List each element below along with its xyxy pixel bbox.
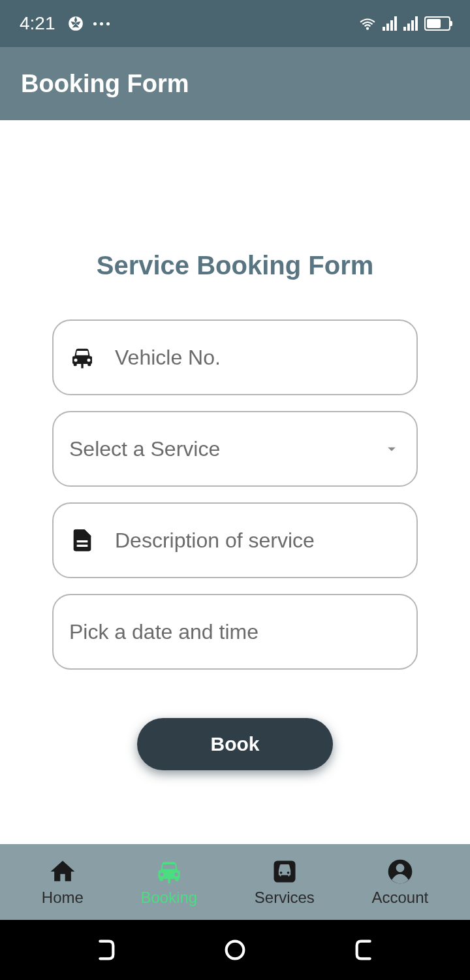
services-icon bbox=[270, 857, 299, 886]
app-bar-title: Booking Form bbox=[21, 70, 189, 98]
dots-icon bbox=[93, 22, 110, 25]
svg-rect-3 bbox=[77, 540, 88, 542]
nav-home[interactable]: Home bbox=[42, 857, 84, 907]
svg-rect-2 bbox=[81, 364, 83, 368]
account-icon bbox=[386, 857, 415, 886]
datetime-input[interactable]: Pick a date and time bbox=[52, 594, 418, 670]
status-bar: 4:21 bbox=[0, 0, 470, 47]
document-icon bbox=[69, 527, 95, 553]
datetime-placeholder: Pick a date and time bbox=[69, 620, 401, 644]
nav-home-label: Home bbox=[42, 889, 84, 907]
service-select[interactable]: Select a Service bbox=[52, 411, 418, 487]
service-placeholder: Select a Service bbox=[69, 437, 383, 461]
svg-point-10 bbox=[396, 864, 404, 872]
recent-apps-button[interactable] bbox=[91, 937, 118, 963]
chevron-down-icon bbox=[383, 440, 401, 458]
svg-point-11 bbox=[227, 941, 244, 959]
nav-booking-label: Booking bbox=[140, 889, 197, 907]
system-nav bbox=[0, 920, 470, 980]
battery-icon bbox=[424, 16, 450, 31]
status-icons-group bbox=[67, 15, 110, 32]
car-icon bbox=[155, 857, 183, 886]
svg-point-1 bbox=[367, 28, 368, 29]
bottom-nav: Home Booking Services Account bbox=[0, 844, 470, 920]
description-placeholder: Description of service bbox=[115, 529, 401, 553]
svg-point-7 bbox=[279, 872, 282, 874]
wifi-icon bbox=[359, 15, 376, 32]
status-time: 4:21 bbox=[20, 13, 55, 34]
main-content: Service Booking Form Vehicle No. Select … bbox=[0, 120, 470, 844]
book-button-label: Book bbox=[211, 733, 260, 755]
car-icon bbox=[69, 344, 95, 370]
svg-rect-5 bbox=[168, 879, 170, 883]
form-title: Service Booking Form bbox=[52, 251, 418, 280]
signal-bars-1-icon bbox=[383, 16, 397, 31]
nav-booking[interactable]: Booking bbox=[140, 857, 197, 907]
svg-point-8 bbox=[287, 872, 289, 874]
back-button[interactable] bbox=[352, 937, 379, 963]
soccer-icon bbox=[67, 15, 84, 32]
app-bar: Booking Form bbox=[0, 47, 470, 120]
svg-rect-4 bbox=[77, 545, 88, 547]
nav-account-label: Account bbox=[371, 889, 428, 907]
description-input[interactable]: Description of service bbox=[52, 502, 418, 578]
nav-account[interactable]: Account bbox=[371, 857, 428, 907]
signal-bars-2-icon bbox=[403, 16, 418, 31]
status-left: 4:21 bbox=[20, 13, 110, 34]
status-right bbox=[359, 15, 450, 32]
vehicle-placeholder: Vehicle No. bbox=[115, 346, 401, 370]
home-button[interactable] bbox=[222, 937, 248, 963]
book-button[interactable]: Book bbox=[137, 718, 333, 770]
home-icon bbox=[48, 857, 77, 886]
nav-services-label: Services bbox=[255, 889, 315, 907]
nav-services[interactable]: Services bbox=[255, 857, 315, 907]
vehicle-number-input[interactable]: Vehicle No. bbox=[52, 319, 418, 395]
